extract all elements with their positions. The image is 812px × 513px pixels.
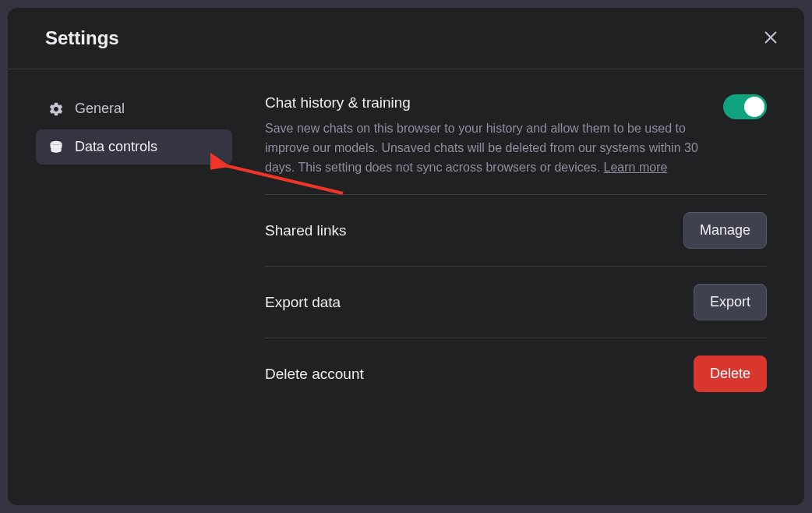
delete-account-button[interactable]: Delete [694, 356, 767, 392]
gear-icon [48, 101, 64, 117]
close-icon [762, 29, 779, 48]
delete-account-label: Delete account [265, 366, 678, 383]
setting-chat-history: Chat history & training Save new chats o… [265, 91, 767, 195]
chat-history-label: Chat history & training [265, 94, 708, 111]
learn-more-link[interactable]: Learn more [604, 161, 668, 174]
export-data-label: Export data [265, 294, 678, 311]
sidebar-item-data-controls[interactable]: Data controls [36, 129, 232, 165]
toggle-knob [744, 97, 764, 117]
svg-point-2 [51, 140, 61, 144]
sidebar-item-general[interactable]: General [36, 91, 232, 126]
database-icon [48, 140, 64, 155]
setting-shared-links: Shared links Manage [265, 195, 767, 267]
manage-shared-links-button[interactable]: Manage [683, 212, 767, 249]
settings-sidebar: General Data controls [8, 91, 242, 505]
sidebar-item-label: General [75, 101, 125, 117]
chat-history-description: Save new chats on this browser to your h… [265, 119, 708, 177]
close-button[interactable] [759, 27, 782, 50]
shared-links-label: Shared links [265, 222, 668, 239]
setting-delete-account: Delete account Delete [265, 338, 767, 409]
modal-header: Settings [8, 8, 804, 69]
sidebar-item-label: Data controls [75, 139, 157, 155]
export-data-button[interactable]: Export [694, 284, 767, 320]
settings-content: Chat history & training Save new chats o… [242, 91, 804, 505]
modal-title: Settings [45, 27, 119, 49]
settings-modal: Settings General [8, 8, 804, 505]
setting-export-data: Export data Export [265, 267, 767, 338]
modal-body: General Data controls Chat history & tra [8, 69, 804, 505]
chat-history-toggle[interactable] [723, 94, 767, 119]
